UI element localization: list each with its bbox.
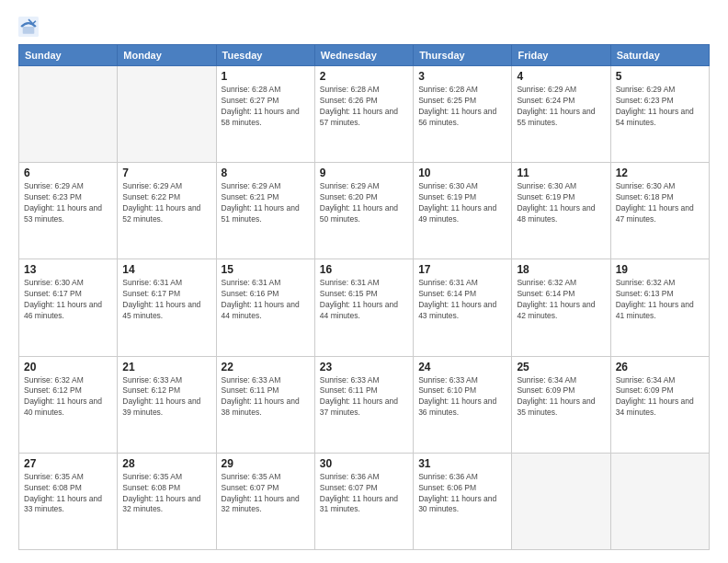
day-number: 4 (517, 70, 605, 83)
header-monday: Monday (118, 45, 216, 66)
header-thursday: Thursday (414, 45, 512, 66)
day-cell: 4Sunrise: 6:29 AMSunset: 6:24 PMDaylight… (512, 66, 610, 163)
week-row-3: 20Sunrise: 6:32 AMSunset: 6:12 PMDayligh… (19, 356, 710, 453)
day-info: Sunrise: 6:31 AMSunset: 6:14 PMDaylight:… (418, 278, 506, 322)
day-info: Sunrise: 6:35 AMSunset: 6:07 PMDaylight:… (222, 472, 310, 516)
header-wednesday: Wednesday (314, 45, 413, 66)
day-number: 24 (418, 361, 506, 373)
day-number: 31 (418, 457, 506, 470)
day-info: Sunrise: 6:30 AMSunset: 6:19 PMDaylight:… (517, 181, 605, 225)
day-cell: 23Sunrise: 6:33 AMSunset: 6:11 PMDayligh… (314, 356, 413, 453)
day-cell: 19Sunrise: 6:32 AMSunset: 6:13 PMDayligh… (610, 259, 709, 356)
day-info: Sunrise: 6:35 AMSunset: 6:08 PMDaylight:… (24, 472, 112, 516)
day-number: 16 (320, 263, 408, 276)
day-cell (610, 453, 709, 549)
day-number: 17 (418, 263, 506, 276)
day-cell: 25Sunrise: 6:34 AMSunset: 6:09 PMDayligh… (512, 356, 610, 453)
day-cell: 28Sunrise: 6:35 AMSunset: 6:08 PMDayligh… (118, 453, 216, 549)
day-number: 30 (320, 457, 408, 470)
day-cell: 12Sunrise: 6:30 AMSunset: 6:18 PMDayligh… (610, 163, 709, 259)
day-info: Sunrise: 6:34 AMSunset: 6:09 PMDaylight:… (616, 375, 704, 419)
day-info: Sunrise: 6:36 AMSunset: 6:06 PMDaylight:… (418, 472, 506, 516)
day-number: 18 (517, 263, 605, 276)
day-number: 29 (222, 457, 310, 470)
day-info: Sunrise: 6:30 AMSunset: 6:17 PMDaylight:… (24, 278, 112, 322)
day-number: 20 (24, 361, 112, 373)
week-row-1: 6Sunrise: 6:29 AMSunset: 6:23 PMDaylight… (19, 163, 710, 259)
day-cell: 7Sunrise: 6:29 AMSunset: 6:22 PMDaylight… (118, 163, 216, 259)
week-row-0: 1Sunrise: 6:28 AMSunset: 6:27 PMDaylight… (19, 66, 710, 163)
day-number: 2 (320, 70, 408, 83)
day-cell: 30Sunrise: 6:36 AMSunset: 6:07 PMDayligh… (314, 453, 413, 549)
day-info: Sunrise: 6:31 AMSunset: 6:15 PMDaylight:… (320, 278, 408, 322)
day-info: Sunrise: 6:31 AMSunset: 6:17 PMDaylight:… (122, 278, 210, 322)
day-info: Sunrise: 6:30 AMSunset: 6:18 PMDaylight:… (616, 181, 704, 225)
day-number: 5 (616, 70, 704, 83)
day-number: 21 (122, 361, 210, 373)
day-cell: 15Sunrise: 6:31 AMSunset: 6:16 PMDayligh… (216, 259, 314, 356)
day-info: Sunrise: 6:29 AMSunset: 6:23 PMDaylight:… (616, 85, 704, 129)
svg-rect-1 (23, 27, 35, 34)
header-saturday: Saturday (610, 45, 709, 66)
day-info: Sunrise: 6:28 AMSunset: 6:26 PMDaylight:… (320, 85, 408, 129)
day-number: 10 (418, 167, 506, 179)
day-info: Sunrise: 6:30 AMSunset: 6:19 PMDaylight:… (418, 181, 506, 225)
day-cell: 13Sunrise: 6:30 AMSunset: 6:17 PMDayligh… (19, 259, 118, 356)
day-cell: 1Sunrise: 6:28 AMSunset: 6:27 PMDaylight… (216, 66, 314, 163)
day-info: Sunrise: 6:31 AMSunset: 6:16 PMDaylight:… (222, 278, 310, 322)
day-number: 7 (122, 167, 210, 179)
top-section (18, 17, 710, 37)
day-info: Sunrise: 6:33 AMSunset: 6:11 PMDaylight:… (320, 375, 408, 419)
day-cell: 10Sunrise: 6:30 AMSunset: 6:19 PMDayligh… (414, 163, 512, 259)
day-cell: 26Sunrise: 6:34 AMSunset: 6:09 PMDayligh… (610, 356, 709, 453)
day-cell: 29Sunrise: 6:35 AMSunset: 6:07 PMDayligh… (216, 453, 314, 549)
day-number: 9 (320, 167, 408, 179)
day-number: 23 (320, 361, 408, 373)
day-cell: 9Sunrise: 6:29 AMSunset: 6:20 PMDaylight… (314, 163, 413, 259)
day-cell: 27Sunrise: 6:35 AMSunset: 6:08 PMDayligh… (19, 453, 118, 549)
header-row: SundayMondayTuesdayWednesdayThursdayFrid… (19, 45, 710, 66)
day-number: 3 (418, 70, 506, 83)
day-info: Sunrise: 6:28 AMSunset: 6:25 PMDaylight:… (418, 85, 506, 129)
day-cell: 31Sunrise: 6:36 AMSunset: 6:06 PMDayligh… (414, 453, 512, 549)
day-number: 12 (616, 167, 704, 179)
day-number: 19 (616, 263, 704, 276)
day-info: Sunrise: 6:32 AMSunset: 6:13 PMDaylight:… (616, 278, 704, 322)
day-cell: 20Sunrise: 6:32 AMSunset: 6:12 PMDayligh… (19, 356, 118, 453)
day-cell: 22Sunrise: 6:33 AMSunset: 6:11 PMDayligh… (216, 356, 314, 453)
day-cell (512, 453, 610, 549)
day-cell (19, 66, 118, 163)
day-number: 22 (222, 361, 310, 373)
week-row-4: 27Sunrise: 6:35 AMSunset: 6:08 PMDayligh… (19, 453, 710, 549)
day-number: 13 (24, 263, 112, 276)
day-cell: 16Sunrise: 6:31 AMSunset: 6:15 PMDayligh… (314, 259, 413, 356)
day-number: 8 (222, 167, 310, 179)
day-cell (118, 66, 216, 163)
day-number: 15 (222, 263, 310, 276)
day-number: 11 (517, 167, 605, 179)
header-friday: Friday (512, 45, 610, 66)
day-cell: 5Sunrise: 6:29 AMSunset: 6:23 PMDaylight… (610, 66, 709, 163)
day-number: 25 (517, 361, 605, 373)
day-info: Sunrise: 6:29 AMSunset: 6:24 PMDaylight:… (517, 85, 605, 129)
day-cell: 14Sunrise: 6:31 AMSunset: 6:17 PMDayligh… (118, 259, 216, 356)
week-row-2: 13Sunrise: 6:30 AMSunset: 6:17 PMDayligh… (19, 259, 710, 356)
day-cell: 8Sunrise: 6:29 AMSunset: 6:21 PMDaylight… (216, 163, 314, 259)
day-number: 6 (24, 167, 112, 179)
day-info: Sunrise: 6:36 AMSunset: 6:07 PMDaylight:… (320, 472, 408, 516)
day-cell: 3Sunrise: 6:28 AMSunset: 6:25 PMDaylight… (414, 66, 512, 163)
day-cell: 18Sunrise: 6:32 AMSunset: 6:14 PMDayligh… (512, 259, 610, 356)
calendar: SundayMondayTuesdayWednesdayThursdayFrid… (18, 44, 710, 550)
day-cell: 21Sunrise: 6:33 AMSunset: 6:12 PMDayligh… (118, 356, 216, 453)
day-cell: 11Sunrise: 6:30 AMSunset: 6:19 PMDayligh… (512, 163, 610, 259)
day-info: Sunrise: 6:29 AMSunset: 6:21 PMDaylight:… (222, 181, 310, 225)
page: SundayMondayTuesdayWednesdayThursdayFrid… (0, 0, 728, 563)
day-info: Sunrise: 6:32 AMSunset: 6:12 PMDaylight:… (24, 375, 112, 419)
day-number: 27 (24, 457, 112, 470)
logo-icon (18, 17, 39, 37)
day-number: 28 (122, 457, 210, 470)
header-sunday: Sunday (19, 45, 118, 66)
day-info: Sunrise: 6:34 AMSunset: 6:09 PMDaylight:… (517, 375, 605, 419)
day-info: Sunrise: 6:29 AMSunset: 6:23 PMDaylight:… (24, 181, 112, 225)
day-cell: 17Sunrise: 6:31 AMSunset: 6:14 PMDayligh… (414, 259, 512, 356)
